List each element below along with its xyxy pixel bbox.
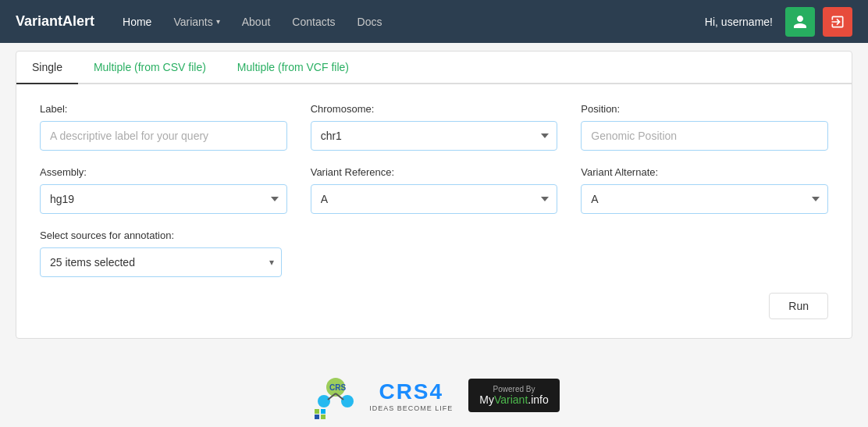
svg-rect-9 [321, 415, 326, 419]
variant-ref-label: Variant Reference: [311, 166, 558, 178]
nav-docs[interactable]: Docs [348, 11, 392, 33]
crs4-text: CRS4 IDEAS BECOME LIFE [369, 379, 453, 412]
logout-button[interactable] [823, 7, 852, 37]
crs4-subtitle: IDEAS BECOME LIFE [369, 404, 453, 412]
user-icon [792, 14, 808, 30]
myvariant-variant: Variant [494, 393, 528, 406]
nav-contacts[interactable]: Contacts [283, 11, 344, 33]
form-row-2: Assembly: hg19 hg38 hg18 Variant Referen… [40, 166, 828, 214]
svg-rect-6 [315, 409, 319, 414]
form-section: Label: Chromosome: chr1 chr2 chr3 chrX c… [16, 84, 852, 338]
label-field-label: Label: [40, 103, 287, 115]
tab-csv[interactable]: Multiple (from CSV file) [78, 52, 222, 84]
svg-point-1 [318, 395, 330, 407]
sources-label: Select sources for annotation: [40, 230, 828, 241]
myvariant-powered-label: Powered By [493, 385, 535, 393]
chromosome-select[interactable]: chr1 chr2 chr3 chrX chrY [311, 121, 558, 151]
myvariant-name: MyVariant.info [479, 393, 548, 406]
svg-rect-7 [321, 409, 326, 414]
variant-ref-select[interactable]: A T C G [311, 184, 558, 214]
navbar-right: Hi, username! [705, 7, 852, 37]
tabs: Single Multiple (from CSV file) Multiple… [16, 52, 852, 84]
myvariant-info: .info [528, 393, 548, 406]
myvariant-my: My [479, 393, 494, 406]
form-group-assembly: Assembly: hg19 hg38 hg18 [40, 166, 287, 214]
form-row-1: Label: Chromosome: chr1 chr2 chr3 chrX c… [40, 103, 828, 151]
position-field-label: Position: [581, 103, 828, 115]
variant-alt-label: Variant Alternate: [581, 166, 828, 178]
form-group-position: Position: [581, 103, 828, 151]
user-greeting: Hi, username! [705, 16, 773, 28]
variant-alt-select[interactable]: A T C G [581, 184, 828, 214]
sources-dropdown: 25 items selected ▾ [40, 247, 282, 277]
user-profile-button[interactable] [785, 7, 815, 37]
footer-logos: CRS CRS4 IDEAS BECOME LIFE Powered By My… [16, 370, 852, 421]
run-row: Run [40, 293, 828, 319]
run-button[interactable]: Run [769, 293, 828, 319]
form-group-label: Label: [40, 103, 287, 151]
footer: CRS CRS4 IDEAS BECOME LIFE Powered By My… [0, 347, 868, 427]
chromosome-field-label: Chromosome: [311, 103, 558, 115]
svg-point-2 [341, 395, 354, 407]
form-group-variant-alt: Variant Alternate: A T C G [581, 166, 828, 214]
nav-home[interactable]: Home [113, 11, 161, 33]
form-group-variant-ref: Variant Reference: A T C G [311, 166, 558, 214]
nav-links: Home Variants ▾ About Contacts Docs [113, 11, 705, 33]
myvariant-logo: Powered By MyVariant.info [468, 379, 559, 412]
tab-vcf[interactable]: Multiple (from VCF file) [222, 52, 365, 84]
sources-row: Select sources for annotation: 25 items … [40, 230, 828, 277]
position-input[interactable] [581, 121, 828, 151]
crs4-title: CRS4 [369, 379, 453, 404]
sources-select[interactable]: 25 items selected [40, 247, 282, 277]
app-brand: VariantAlert [16, 13, 94, 30]
form-group-chromosome: Chromosome: chr1 chr2 chr3 chrX chrY [311, 103, 558, 151]
assembly-select[interactable]: hg19 hg38 hg18 [40, 184, 287, 214]
nav-about[interactable]: About [233, 11, 280, 33]
assembly-field-label: Assembly: [40, 166, 287, 178]
chevron-down-icon: ▾ [216, 17, 220, 26]
navbar: VariantAlert Home Variants ▾ About Conta… [0, 0, 868, 43]
label-input[interactable] [40, 121, 287, 151]
logout-icon [830, 14, 845, 30]
svg-rect-8 [315, 415, 319, 419]
crs4-icon: CRS [308, 370, 363, 421]
crs4-logo: CRS CRS4 IDEAS BECOME LIFE [308, 370, 453, 421]
main-content: Single Multiple (from CSV file) Multiple… [16, 51, 852, 339]
tab-single[interactable]: Single [16, 52, 78, 84]
nav-variants[interactable]: Variants ▾ [164, 11, 229, 33]
svg-text:CRS: CRS [329, 383, 346, 392]
